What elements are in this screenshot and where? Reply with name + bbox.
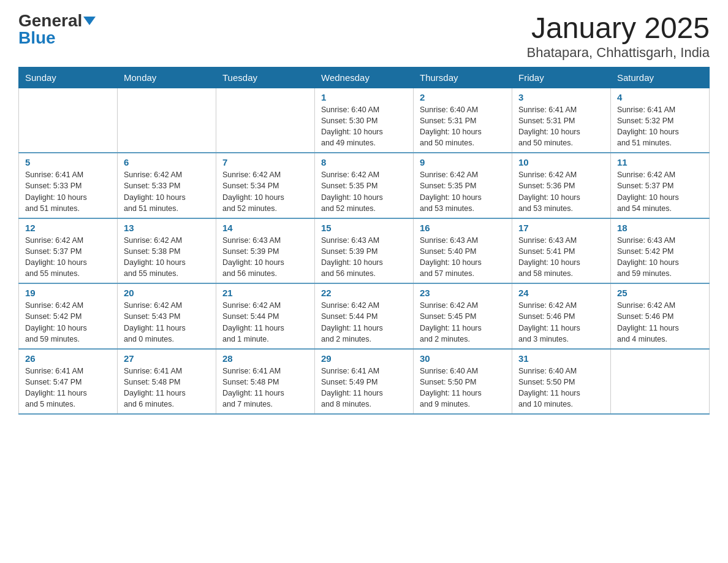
day-info: Sunrise: 6:40 AMSunset: 5:50 PMDaylight:…: [518, 366, 604, 410]
calendar-cell: 25Sunrise: 6:42 AMSunset: 5:46 PMDayligh…: [611, 283, 710, 349]
calendar-cell: 5Sunrise: 6:41 AMSunset: 5:33 PMDaylight…: [19, 153, 118, 218]
day-number: 19: [25, 288, 111, 298]
calendar-cell: 10Sunrise: 6:42 AMSunset: 5:36 PMDayligh…: [512, 153, 611, 218]
days-of-week-row: SundayMondayTuesdayWednesdayThursdayFrid…: [19, 67, 710, 88]
calendar-cell: 16Sunrise: 6:43 AMSunset: 5:40 PMDayligh…: [414, 218, 512, 284]
day-number: 29: [321, 353, 407, 364]
calendar-cell: 27Sunrise: 6:41 AMSunset: 5:48 PMDayligh…: [118, 349, 216, 415]
day-number: 2: [420, 92, 506, 102]
day-number: 11: [617, 157, 703, 167]
calendar-cell: 18Sunrise: 6:43 AMSunset: 5:42 PMDayligh…: [611, 218, 710, 284]
calendar-cell: 29Sunrise: 6:41 AMSunset: 5:49 PMDayligh…: [315, 349, 414, 415]
day-number: 7: [222, 157, 308, 167]
day-number: 10: [518, 157, 604, 167]
calendar-cell: 12Sunrise: 6:42 AMSunset: 5:37 PMDayligh…: [19, 218, 118, 284]
day-of-week-header: Thursday: [414, 67, 512, 88]
day-number: 12: [25, 223, 111, 233]
day-number: 3: [518, 92, 604, 102]
day-number: 8: [321, 157, 407, 167]
week-row: 26Sunrise: 6:41 AMSunset: 5:47 PMDayligh…: [19, 349, 710, 415]
day-number: 16: [420, 223, 506, 233]
day-number: 20: [124, 288, 210, 298]
day-info: Sunrise: 6:43 AMSunset: 5:39 PMDaylight:…: [321, 235, 407, 280]
day-info: Sunrise: 6:42 AMSunset: 5:44 PMDaylight:…: [321, 300, 407, 345]
day-info: Sunrise: 6:42 AMSunset: 5:46 PMDaylight:…: [518, 300, 604, 345]
day-number: 15: [321, 223, 407, 233]
calendar-cell: [216, 88, 315, 153]
day-number: 31: [518, 353, 604, 364]
logo-blue-text: Blue: [18, 29, 56, 47]
day-of-week-header: Wednesday: [315, 67, 414, 88]
day-number: 25: [617, 288, 703, 298]
day-number: 27: [124, 353, 210, 364]
calendar-table: SundayMondayTuesdayWednesdayThursdayFrid…: [18, 67, 710, 415]
day-of-week-header: Tuesday: [216, 67, 315, 88]
day-number: 26: [25, 353, 111, 364]
day-number: 6: [124, 157, 210, 167]
day-info: Sunrise: 6:43 AMSunset: 5:39 PMDaylight:…: [222, 235, 308, 280]
calendar-cell: 9Sunrise: 6:42 AMSunset: 5:35 PMDaylight…: [414, 153, 512, 218]
calendar-cell: 1Sunrise: 6:40 AMSunset: 5:30 PMDaylight…: [315, 88, 414, 153]
day-info: Sunrise: 6:41 AMSunset: 5:48 PMDaylight:…: [222, 366, 308, 410]
day-info: Sunrise: 6:40 AMSunset: 5:30 PMDaylight:…: [321, 104, 407, 149]
day-info: Sunrise: 6:42 AMSunset: 5:46 PMDaylight:…: [617, 300, 703, 345]
day-number: 28: [222, 353, 308, 364]
day-number: 1: [321, 92, 407, 102]
day-info: Sunrise: 6:41 AMSunset: 5:31 PMDaylight:…: [518, 104, 604, 149]
day-number: 18: [617, 223, 703, 233]
page-header: General Blue January 2025 Bhatapara, Chh…: [18, 12, 710, 61]
day-info: Sunrise: 6:41 AMSunset: 5:49 PMDaylight:…: [321, 366, 407, 410]
calendar-cell: 8Sunrise: 6:42 AMSunset: 5:35 PMDaylight…: [315, 153, 414, 218]
day-info: Sunrise: 6:41 AMSunset: 5:33 PMDaylight:…: [25, 169, 111, 214]
calendar-cell: 31Sunrise: 6:40 AMSunset: 5:50 PMDayligh…: [512, 349, 611, 415]
calendar-cell: 15Sunrise: 6:43 AMSunset: 5:39 PMDayligh…: [315, 218, 414, 284]
calendar-header: SundayMondayTuesdayWednesdayThursdayFrid…: [19, 67, 710, 88]
location-title: Bhatapara, Chhattisgarh, India: [527, 45, 710, 61]
day-number: 5: [25, 157, 111, 167]
calendar-body: 1Sunrise: 6:40 AMSunset: 5:30 PMDaylight…: [19, 88, 710, 414]
day-number: 21: [222, 288, 308, 298]
calendar-cell: 17Sunrise: 6:43 AMSunset: 5:41 PMDayligh…: [512, 218, 611, 284]
day-number: 22: [321, 288, 407, 298]
calendar-cell: 7Sunrise: 6:42 AMSunset: 5:34 PMDaylight…: [216, 153, 315, 218]
logo-triangle-icon: [83, 17, 96, 25]
calendar-cell: 14Sunrise: 6:43 AMSunset: 5:39 PMDayligh…: [216, 218, 315, 284]
day-info: Sunrise: 6:43 AMSunset: 5:41 PMDaylight:…: [518, 235, 604, 280]
calendar-cell: 21Sunrise: 6:42 AMSunset: 5:44 PMDayligh…: [216, 283, 315, 349]
day-info: Sunrise: 6:41 AMSunset: 5:32 PMDaylight:…: [617, 104, 703, 149]
month-title: January 2025: [527, 12, 710, 45]
calendar-cell: [19, 88, 118, 153]
calendar-cell: 6Sunrise: 6:42 AMSunset: 5:33 PMDaylight…: [118, 153, 216, 218]
calendar-cell: 22Sunrise: 6:42 AMSunset: 5:44 PMDayligh…: [315, 283, 414, 349]
day-info: Sunrise: 6:42 AMSunset: 5:38 PMDaylight:…: [124, 235, 210, 280]
title-section: January 2025 Bhatapara, Chhattisgarh, In…: [527, 12, 710, 61]
calendar-cell: 3Sunrise: 6:41 AMSunset: 5:31 PMDaylight…: [512, 88, 611, 153]
day-number: 17: [518, 223, 604, 233]
week-row: 19Sunrise: 6:42 AMSunset: 5:42 PMDayligh…: [19, 283, 710, 349]
day-info: Sunrise: 6:43 AMSunset: 5:40 PMDaylight:…: [420, 235, 506, 280]
day-info: Sunrise: 6:41 AMSunset: 5:48 PMDaylight:…: [124, 366, 210, 410]
week-row: 12Sunrise: 6:42 AMSunset: 5:37 PMDayligh…: [19, 218, 710, 284]
day-info: Sunrise: 6:42 AMSunset: 5:33 PMDaylight:…: [124, 169, 210, 214]
day-of-week-header: Monday: [118, 67, 216, 88]
calendar-cell: 4Sunrise: 6:41 AMSunset: 5:32 PMDaylight…: [611, 88, 710, 153]
day-info: Sunrise: 6:42 AMSunset: 5:35 PMDaylight:…: [321, 169, 407, 214]
calendar-cell: [611, 349, 710, 415]
day-of-week-header: Friday: [512, 67, 611, 88]
calendar-cell: 19Sunrise: 6:42 AMSunset: 5:42 PMDayligh…: [19, 283, 118, 349]
calendar-cell: [118, 88, 216, 153]
day-number: 13: [124, 223, 210, 233]
calendar-cell: 24Sunrise: 6:42 AMSunset: 5:46 PMDayligh…: [512, 283, 611, 349]
calendar-cell: 26Sunrise: 6:41 AMSunset: 5:47 PMDayligh…: [19, 349, 118, 415]
day-info: Sunrise: 6:42 AMSunset: 5:35 PMDaylight:…: [420, 169, 506, 214]
day-info: Sunrise: 6:43 AMSunset: 5:42 PMDaylight:…: [617, 235, 703, 280]
day-of-week-header: Sunday: [19, 67, 118, 88]
calendar-cell: 2Sunrise: 6:40 AMSunset: 5:31 PMDaylight…: [414, 88, 512, 153]
day-info: Sunrise: 6:41 AMSunset: 5:47 PMDaylight:…: [25, 366, 111, 410]
day-number: 30: [420, 353, 506, 364]
calendar-cell: 28Sunrise: 6:41 AMSunset: 5:48 PMDayligh…: [216, 349, 315, 415]
calendar-cell: 13Sunrise: 6:42 AMSunset: 5:38 PMDayligh…: [118, 218, 216, 284]
week-row: 5Sunrise: 6:41 AMSunset: 5:33 PMDaylight…: [19, 153, 710, 218]
day-info: Sunrise: 6:42 AMSunset: 5:45 PMDaylight:…: [420, 300, 506, 345]
day-number: 9: [420, 157, 506, 167]
